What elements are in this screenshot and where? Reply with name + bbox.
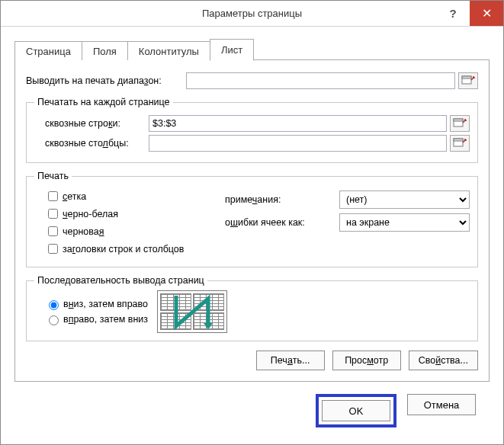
range-picker-icon xyxy=(453,118,467,129)
svg-rect-1 xyxy=(462,76,471,78)
tab-headers[interactable]: Колонтитулы xyxy=(127,41,210,60)
ok-button-highlight: OK xyxy=(316,394,396,427)
comments-select[interactable]: (нет) xyxy=(339,190,470,209)
errors-select[interactable]: на экране xyxy=(339,213,470,232)
cols-to-repeat-input[interactable] xyxy=(149,135,447,152)
print-area-picker-button[interactable] xyxy=(458,72,478,89)
tab-panel-sheet: Выводить на печать диапазон: Печатать на… xyxy=(14,59,490,382)
preview-button[interactable]: Просмотр xyxy=(332,351,401,370)
black-white-checkbox[interactable]: черно-белая xyxy=(34,206,225,221)
tab-strip: Страница Поля Колонтитулы Лист xyxy=(14,39,490,60)
rows-to-repeat-picker-button[interactable] xyxy=(450,115,470,132)
page-setup-dialog: Параметры страницы ? ✕ Страница Поля Кол… xyxy=(0,0,504,445)
range-picker-icon xyxy=(461,75,475,86)
print-area-input[interactable] xyxy=(186,72,455,89)
rows-to-repeat-input[interactable] xyxy=(149,115,447,132)
titlebar: Параметры страницы ? ✕ xyxy=(1,1,503,27)
comments-label: примечания: xyxy=(225,194,339,205)
svg-rect-5 xyxy=(454,139,463,141)
tab-sheet[interactable]: Лист xyxy=(210,39,254,61)
over-then-down-radio[interactable]: вправо, затем вниз xyxy=(45,313,148,325)
cancel-button[interactable]: Отмена xyxy=(407,394,476,415)
print-group: Печать сетка черно-белая чер xyxy=(26,171,478,267)
page-order-group: Последовательность вывода страниц вниз, … xyxy=(26,275,478,341)
page-order-legend: Последовательность вывода страниц xyxy=(34,275,207,286)
tab-page[interactable]: Страница xyxy=(14,41,82,60)
headings-checkbox[interactable]: заголовки строк и столбцов xyxy=(34,242,225,256)
window-title: Параметры страницы xyxy=(1,8,503,19)
svg-rect-3 xyxy=(454,119,463,121)
gridlines-checkbox[interactable]: сетка xyxy=(34,189,225,203)
print-button[interactable]: Печать... xyxy=(256,351,325,370)
ok-button[interactable]: OK xyxy=(322,400,390,421)
tab-margins[interactable]: Поля xyxy=(82,41,128,60)
draft-checkbox[interactable]: черновая xyxy=(34,224,225,239)
page-order-preview xyxy=(157,290,227,333)
cols-to-repeat-label: сквозные столбцы: xyxy=(34,138,149,149)
down-then-over-radio[interactable]: вниз, затем вправо xyxy=(45,298,148,310)
repeat-group: Печатать на каждой странице сквозные стр… xyxy=(26,97,478,163)
rows-to-repeat-label: сквозные строки: xyxy=(34,118,149,129)
range-picker-icon xyxy=(453,138,467,149)
properties-button[interactable]: Свойства... xyxy=(409,351,478,370)
errors-label: ошибки ячеек как: xyxy=(225,217,339,228)
cols-to-repeat-picker-button[interactable] xyxy=(450,135,470,152)
print-area-label: Выводить на печать диапазон: xyxy=(26,75,186,86)
print-legend: Печать xyxy=(34,171,72,181)
repeat-legend: Печатать на каждой странице xyxy=(34,97,173,107)
page-order-arrow-icon xyxy=(158,291,228,334)
